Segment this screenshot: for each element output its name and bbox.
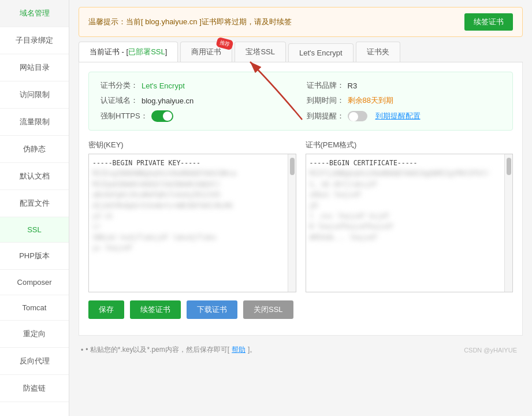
sidebar-item-config-file[interactable]: 配置文件 xyxy=(0,190,69,217)
footer-help-link[interactable]: 帮助 xyxy=(232,345,245,355)
action-buttons: 保存 续签证书 下载证书 关闭SSL xyxy=(88,300,513,319)
save-button[interactable]: 保存 xyxy=(88,300,124,319)
cert-reminder-row: 到期提醒： 到期提醒配置 xyxy=(307,110,501,122)
sidebar-item-access-ctrl[interactable]: 访问限制 xyxy=(0,81,69,109)
sidebar-item-reverse-proxy[interactable]: 反向代理 xyxy=(0,348,69,375)
cert-info-section: 证书分类： Let's Encrypt 证书品牌： R3 认证域名： blog.… xyxy=(88,72,513,131)
cert-domain-label: 认证域名： xyxy=(101,95,138,106)
content-area: 证书分类： Let's Encrypt 证书品牌： R3 认证域名： blog.… xyxy=(79,62,523,336)
tab-cert-folder[interactable]: 证书夹 xyxy=(356,42,400,62)
cert-expiry-value: 剩余88天到期 xyxy=(348,95,393,106)
sidebar-item-tomcat[interactable]: Tomcat xyxy=(0,295,69,321)
cert-expiry-row: 到期时间： 剩余88天到期 xyxy=(307,95,501,106)
footer-note: • • 粘贴您的*.key以及*.pem内容，然后保存即可[ 帮助 ]。 xyxy=(81,345,256,355)
sidebar-item-php-version[interactable]: PHP版本 xyxy=(0,243,69,270)
footer-note-text: • 粘贴您的*.key以及*.pem内容，然后保存即可[ xyxy=(85,345,229,355)
footer-row: • • 粘贴您的*.key以及*.pem内容，然后保存即可[ 帮助 ]。 CSD… xyxy=(69,341,532,358)
cert-panel: 证书(PEM格式) -----BEGIN CERTIFICATE----- MI… xyxy=(306,140,514,292)
key-line-7: vr xyxy=(92,221,285,232)
cert-line-7: N lkajsdfkajsdfkajsdf xyxy=(310,221,503,232)
tab-cert-folder-label: 证书夹 xyxy=(367,47,389,56)
cert-line-2: MIIFIjANBgkqhkiG9w0BAQEFAAOCAg8AMIIgYMVC… xyxy=(310,168,503,179)
renew-button[interactable]: 续签证书 xyxy=(130,300,181,319)
https-toggle-row: 强制HTTPS： xyxy=(101,110,295,122)
key-line-6: yd vk xyxy=(92,211,285,221)
cert-type-row: 证书分类： Let's Encrypt xyxy=(101,80,295,91)
sidebar: 域名管理 子目录绑定 网站目录 访问限制 流量限制 伪静态 默认文档 配置文件 … xyxy=(0,0,69,416)
sidebar-item-anti-leech[interactable]: 防盗链 xyxy=(0,375,69,402)
key-line-3: MIIEpAIBAAKCAQEA2lbAIBAAKCAQEA7/ xyxy=(92,179,285,190)
key-panel-label: 密钥(KEY) xyxy=(88,140,296,150)
key-line-5: dIjkHlMnOpQrStUvWxYz+ABCDEFGHIJKLMd xyxy=(92,200,285,211)
cert-reminder-label: 到期提醒： xyxy=(307,111,344,121)
sidebar-item-default-doc[interactable]: 默认文档 xyxy=(0,163,69,190)
cert-type-value: Let's Encrypt xyxy=(142,81,185,90)
warning-renew-button[interactable]: 续签证书 xyxy=(464,13,513,31)
footer-note-end: ]。 xyxy=(248,345,256,355)
cert-panel-label: 证书(PEM格式) xyxy=(306,140,514,150)
tab-commercial-cert[interactable]: 商用证书 推荐 xyxy=(180,42,232,62)
cert-type-label: 证书分类： xyxy=(101,80,138,91)
key-panel: 密钥(KEY) -----BEGIN PRIVATE KEY----- MIIE… xyxy=(88,140,296,292)
sidebar-item-composer[interactable]: Composer xyxy=(0,270,69,295)
tab-lets-encrypt-label: Let's Encrypt xyxy=(299,49,343,57)
close-ssl-button[interactable]: 关闭SSL xyxy=(243,300,293,319)
sidebar-item-subdir-bind[interactable]: 子目录绑定 xyxy=(0,27,69,54)
footer-note-bullet: • xyxy=(81,346,83,354)
key-line-4: aBcDeFgHiJkLmNoPqRsTuVwXyZ012345 xyxy=(92,190,285,200)
cert-line-6: [ .nvc lkajsdf ksjdf xyxy=(310,211,503,221)
key-line-8: IBELAJ ksdjflaksjdf laksdjflaks xyxy=(92,232,285,243)
key-line-1: -----BEGIN PRIVATE KEY----- xyxy=(92,158,285,168)
cert-domain-row: 认证域名： blog.yhaiyue.cn xyxy=(101,95,295,106)
tab-commercial-cert-label: 商用证书 xyxy=(191,47,221,56)
cert-textarea[interactable]: -----BEGIN CERTIFICATE----- MIIFIjANBgkq… xyxy=(306,154,514,292)
https-toggle[interactable] xyxy=(151,110,173,122)
key-textarea[interactable]: -----BEGIN PRIVATE KEY----- MIIEvgIBADAN… xyxy=(88,154,296,292)
cert-brand-row: 证书品牌： R3 xyxy=(307,80,501,91)
cert-line-4: zKEw1 lkajsdf xyxy=(310,190,503,200)
https-toggle-label: 强制HTTPS： xyxy=(101,111,148,121)
cert-expiry-label: 到期时间： xyxy=(307,95,344,106)
key-line-9: ys lkajsdf xyxy=(92,243,285,253)
cert-line-8: AMIkUA... lkajsdf xyxy=(310,232,503,243)
reminder-config-link[interactable]: 到期提醒配置 xyxy=(375,111,421,121)
cert-line-5: yM xyxy=(310,200,503,211)
footer-credit: CSDN @yHAIYUE xyxy=(464,347,523,354)
sidebar-item-traffic-limit[interactable]: 流量限制 xyxy=(0,109,69,136)
cert-line-1: -----BEGIN CERTIFICATE----- xyxy=(310,158,503,168)
warning-banner: 温馨提示：当前[ blog.yhaiyue.cn ]证书即将过期，请及时续签 续… xyxy=(79,7,523,37)
sidebar-item-redirect[interactable]: 重定向 xyxy=(0,321,69,348)
reminder-toggle[interactable] xyxy=(348,111,367,121)
sidebar-item-ssl[interactable]: SSL xyxy=(0,217,69,243)
cert-brand-value: R3 xyxy=(348,81,358,90)
key-line-2: MIIEvgIBADANBgkqhkiG9w0BAQEFAASCBKcw xyxy=(92,168,285,179)
cert-domain-value: blog.yhaiyue.cn xyxy=(142,96,194,105)
main-content: 温馨提示：当前[ blog.yhaiyue.cn ]证书即将过期，请及时续签 续… xyxy=(69,0,532,416)
sidebar-item-fake-static[interactable]: 伪静态 xyxy=(0,136,69,163)
download-button[interactable]: 下载证书 xyxy=(187,300,237,319)
key-cert-panels: 密钥(KEY) -----BEGIN PRIVATE KEY----- MIIE… xyxy=(88,140,513,292)
cert-line-3: S, UA dkfjlaksjdf xyxy=(310,179,503,190)
tab-current-cert-sublabel: 已部署SSL xyxy=(128,47,165,56)
tab-baota-ssl[interactable]: 宝塔SSL xyxy=(235,42,286,62)
warning-text: 温馨提示：当前[ blog.yhaiyue.cn ]证书即将过期，请及时续签 xyxy=(88,17,464,27)
tab-lets-encrypt[interactable]: Let's Encrypt xyxy=(288,43,354,62)
sidebar-item-website-dir[interactable]: 网站目录 xyxy=(0,54,69,81)
tab-current-cert-label: 当前证书 - [ xyxy=(90,47,128,56)
tab-current-cert[interactable]: 当前证书 - [已部署SSL] xyxy=(79,42,178,62)
tab-baota-ssl-label: 宝塔SSL xyxy=(245,47,275,56)
cert-brand-label: 证书品牌： xyxy=(307,80,344,91)
sidebar-item-domain-mgmt[interactable]: 域名管理 xyxy=(0,0,69,27)
tab-bar: 当前证书 - [已部署SSL] 商用证书 推荐 宝塔SSL Let's Encr… xyxy=(79,42,523,62)
